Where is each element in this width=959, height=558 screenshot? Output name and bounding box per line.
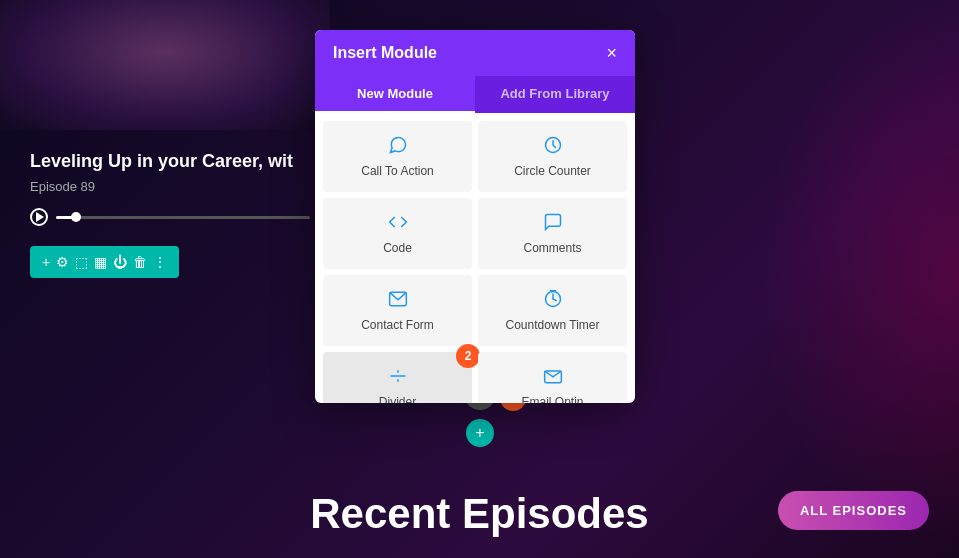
module-code[interactable]: Code <box>323 198 472 269</box>
module-contact-form[interactable]: Contact Form <box>323 275 472 346</box>
email-optin-icon <box>543 366 563 389</box>
modal-title: Insert Module <box>333 44 437 62</box>
module-call-to-action[interactable]: Call To Action <box>323 121 472 192</box>
comments-icon <box>543 212 563 235</box>
insert-module-modal: Insert Module × New Module Add From Libr… <box>315 30 635 403</box>
countdown-timer-label: Countdown Timer <box>505 318 599 332</box>
modal-tabs: New Module Add From Library <box>315 76 635 113</box>
comments-label: Comments <box>523 241 581 255</box>
tab-new-module[interactable]: New Module <box>315 76 475 113</box>
call-to-action-icon <box>388 135 408 158</box>
module-countdown-timer[interactable]: Countdown Timer <box>478 275 627 346</box>
divider-icon <box>388 366 408 389</box>
divider-label: Divider <box>379 395 416 403</box>
module-email-optin[interactable]: Email Optin <box>478 352 627 403</box>
module-comments[interactable]: Comments <box>478 198 627 269</box>
circle-counter-label: Circle Counter <box>514 164 591 178</box>
contact-form-icon <box>388 289 408 312</box>
tab-add-from-library[interactable]: Add From Library <box>475 76 635 113</box>
countdown-timer-icon <box>543 289 563 312</box>
code-icon <box>388 212 408 235</box>
modal-header: Insert Module × <box>315 30 635 76</box>
divider-badge: 2 <box>456 344 480 368</box>
module-divider[interactable]: 2 Divider <box>323 352 472 403</box>
email-optin-label: Email Optin <box>521 395 583 403</box>
code-label: Code <box>383 241 412 255</box>
contact-form-label: Contact Form <box>361 318 434 332</box>
call-to-action-label: Call To Action <box>361 164 434 178</box>
module-circle-counter[interactable]: Circle Counter <box>478 121 627 192</box>
modal-overlay: Insert Module × New Module Add From Libr… <box>0 0 959 558</box>
circle-counter-icon <box>543 135 563 158</box>
modules-grid: Call To Action Circle Counter Code <box>315 113 635 403</box>
modal-close-button[interactable]: × <box>606 44 617 62</box>
